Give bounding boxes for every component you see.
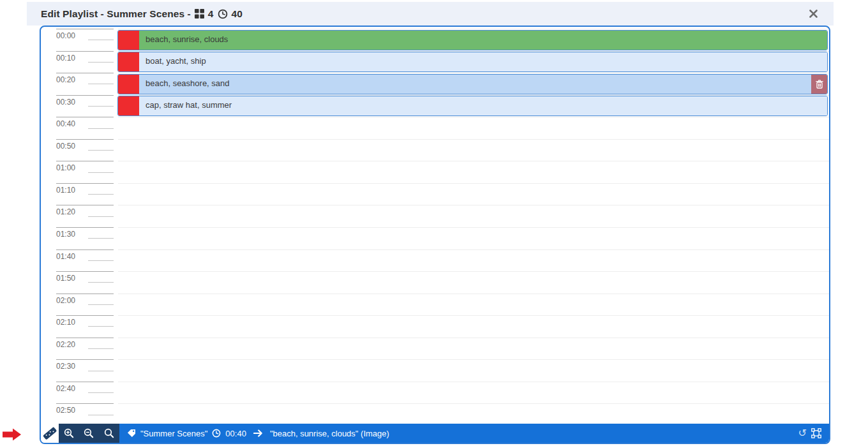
playlist-item[interactable]: beach, seashore, sand [117,74,828,94]
row-separator-line [118,315,829,316]
time-ruler-line [56,29,114,29]
time-label: 01:10 [56,186,75,195]
row-separator-line [118,139,829,140]
clock-icon [218,9,228,19]
undo-button[interactable]: ↺ [798,428,807,438]
total-duration: 40 [232,8,243,20]
time-ruler-half-tick [88,128,114,129]
playlist-item-thumbnail [118,75,139,94]
time-ruler-line [56,271,114,272]
row-separator-line [118,271,829,272]
time-ruler-half-tick [88,172,114,173]
playlist-item[interactable]: cap, straw hat, summer [117,96,828,116]
time-ruler-line [56,249,114,250]
timeline-grid: 00:0000:1000:2000:3000:4000:5001:0001:10… [41,27,829,443]
time-label: 02:10 [56,318,75,327]
row-separator-line [118,403,829,404]
time-label: 00:40 [56,119,75,128]
time-label: 00:50 [56,142,75,151]
time-ruler-half-tick [88,304,114,305]
time-label: 01:50 [56,274,75,283]
time-ruler-line [56,73,114,73]
time-ruler-line [56,117,114,117]
playlist-item-thumbnail [118,96,139,115]
time-ruler-line [56,139,114,140]
tag-icon [127,429,136,438]
time-ruler-line [56,183,114,184]
time-ruler-line [56,205,114,205]
time-ruler-half-tick [88,392,114,393]
delete-item-button[interactable] [811,75,827,94]
playlist-item-thumbnail [118,52,139,71]
row-separator-line [118,205,829,205]
time-ruler-half-tick [88,348,114,349]
time-label: 01:30 [56,230,75,239]
arrow-right-icon [253,429,263,438]
time-ruler-half-tick [88,150,114,151]
playlist-item[interactable]: boat, yacht, ship [117,52,828,72]
time-ruler-line [56,51,114,52]
time-label: 00:30 [56,98,75,107]
time-ruler-half-tick [88,106,114,107]
time-ruler-line [56,294,114,294]
dialog-title: Edit Playlist - Summer Scenes - 4 40 [41,8,243,20]
playlist-item-label: cap, straw hat, summer [139,96,827,115]
row-separator-line [118,382,829,382]
dialog-header: Edit Playlist - Summer Scenes - 4 40 [27,2,834,26]
row-separator-line [118,249,829,250]
status-bar: "Summer Scenes" 00:40 "beach, sunrise, c… [119,424,829,443]
time-label: 02:40 [56,384,75,393]
row-separator-line [118,183,829,184]
playlist-item-label: boat, yacht, ship [139,52,827,71]
item-count: 4 [208,8,214,20]
playlist-item-label: beach, seashore, sand [139,75,827,94]
time-ruler-line [56,359,114,360]
edit-playlist-dialog: Edit Playlist - Summer Scenes - 4 40 00:… [27,2,834,444]
row-separator-line [118,117,829,117]
close-button[interactable] [807,8,819,20]
trash-icon [816,80,823,89]
time-label: 00:20 [56,75,75,84]
row-separator-line [118,161,829,161]
zoom-in-button[interactable] [60,424,78,443]
time-ruler-line [56,161,114,161]
grid-icon [195,9,204,19]
ruler-icon [41,426,58,441]
time-ruler-half-tick [88,282,114,283]
time-label: 00:10 [56,54,75,63]
time-ruler-half-tick [88,194,114,195]
time-label: 01:00 [56,163,75,172]
row-separator-line [118,227,829,228]
time-ruler-half-tick [88,415,114,415]
time-ruler-line [56,227,114,228]
ruler-tool-button[interactable] [41,424,59,443]
time-label: 02:20 [56,340,75,349]
time-ruler-half-tick [88,62,114,63]
zoom-reset-button[interactable] [100,424,118,443]
time-ruler-half-tick [88,326,114,327]
time-ruler-line [56,338,114,338]
annotation-arrow-icon [3,428,22,441]
time-ruler-line [56,95,114,96]
time-label: 02:30 [56,362,75,371]
zoom-in-icon [64,428,74,438]
time-label: 02:50 [56,406,75,415]
row-separator-line [118,73,829,73]
time-ruler-half-tick [88,216,114,217]
fit-selection-button[interactable] [811,428,821,438]
row-separator-line [118,359,829,360]
status-playlist-name: "Summer Scenes" [140,429,207,438]
time-label: 00:00 [56,31,75,40]
row-separator-line [118,338,829,338]
playlist-item-label: beach, sunrise, clouds [139,31,827,50]
time-ruler-line [56,403,114,404]
close-icon [809,10,818,18]
status-current-item: "beach, sunrise, clouds" (Image) [270,429,389,438]
time-ruler-half-tick [88,84,114,84]
time-ruler-half-tick [88,40,114,40]
playlist-item[interactable]: beach, sunrise, clouds [117,30,828,50]
time-label: 02:00 [56,296,75,305]
playlist-timeline[interactable]: 00:0000:1000:2000:3000:4000:5001:0001:10… [40,26,830,444]
zoom-out-button[interactable] [80,424,98,443]
time-label: 01:40 [56,252,75,261]
